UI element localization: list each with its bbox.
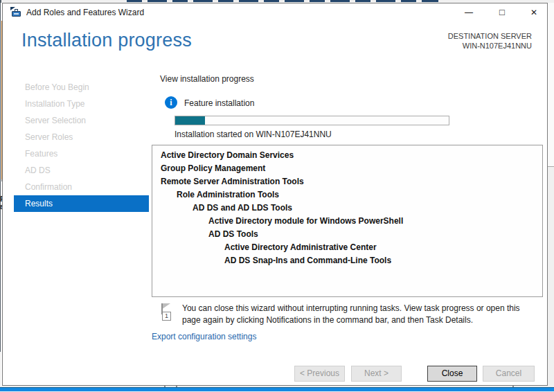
notification-count-badge: 1 [162,312,171,321]
wizard-content: View installation progress i Feature ins… [3,3,547,385]
progress-fill [175,116,205,125]
list-item[interactable]: Role Administration Tools [152,188,542,202]
export-configuration-link[interactable]: Export configuration settings [152,332,256,341]
installation-progress-bar [175,116,449,125]
installation-status-text: Installation started on WIN-N107EJ41NNU [175,130,332,139]
background-window-text-fragment [127,0,438,2]
close-button[interactable]: Close [427,366,477,382]
list-item[interactable]: Group Policy Management [152,162,542,175]
wizard-dialog: Add Roles and Features Wizard — □ ✕ Inst… [2,3,548,386]
close-wizard-note: You can close this wizard without interr… [182,303,539,326]
list-item[interactable]: Active Directory Domain Services [152,149,542,162]
view-progress-label: View installation progress [160,74,254,84]
background-window-strip [548,3,554,166]
info-icon: i [165,96,177,109]
feature-installation-label: Feature installation [184,98,254,108]
notification-flag-icon: 1 [161,303,179,323]
list-item[interactable]: AD DS Tools [152,228,542,241]
list-item[interactable]: Remote Server Administration Tools [152,175,542,188]
list-item[interactable]: AD DS and AD LDS Tools [152,202,542,215]
list-item[interactable]: Active Directory module for Windows Powe… [152,215,542,228]
list-item[interactable]: Active Directory Administrative Center [152,241,542,254]
list-item[interactable]: AD DS Snap-Ins and Command-Line Tools [152,254,542,267]
next-button: Next > [351,366,402,382]
cancel-button: Cancel [483,366,535,382]
previous-button: < Previous [294,366,345,382]
taskbar-edge [0,387,554,391]
installed-features-list[interactable]: Active Directory Domain Services Group P… [152,145,543,297]
background-panel-edge [548,166,554,167]
